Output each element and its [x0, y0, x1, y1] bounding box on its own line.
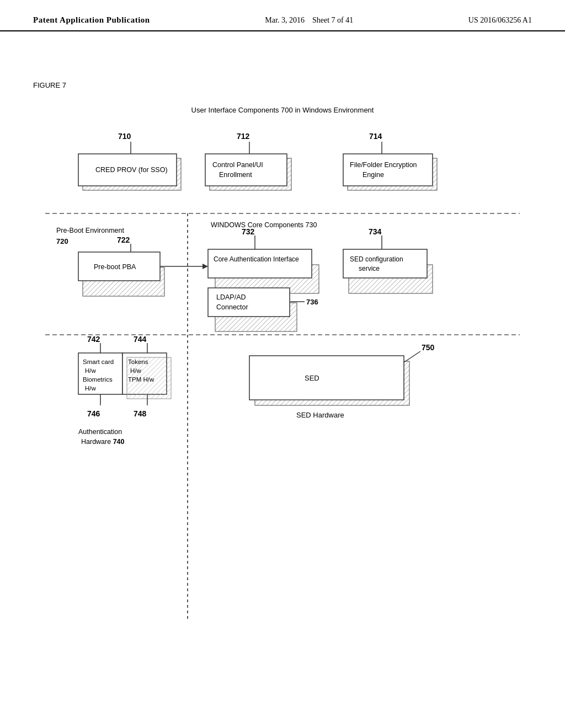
smart-card-label: Smart card [83, 358, 114, 365]
ref-734: 734 [369, 227, 382, 236]
ref-722: 722 [117, 235, 130, 244]
box-712-label-2: Enrollment [219, 171, 252, 179]
ref-742: 742 [87, 335, 100, 344]
svg-text:H/w: H/w [85, 367, 97, 374]
biometrics-label: Biometrics [83, 376, 113, 383]
ref-732: 732 [242, 227, 255, 236]
svg-rect-22 [208, 288, 290, 317]
publication-title: Patent Application Publication [33, 15, 150, 25]
diagram-title: User Interface Components 700 in Windows… [33, 106, 532, 114]
box-710-label: CRED PROV (for SSO) [95, 166, 168, 174]
box-714-label-2: Engine [363, 171, 384, 179]
ref-710: 710 [118, 132, 131, 141]
ref-712: 712 [237, 132, 250, 141]
figure-7-diagram: 710 712 714 CRED PROV (for SSO) Control … [45, 125, 520, 622]
box-734-label-1: SED configuration [350, 255, 403, 263]
box-736-label-2: Connector [216, 303, 248, 311]
box-732-label-1: Core Authentication Interface [214, 255, 299, 263]
arrow-to-core-auth [202, 264, 208, 269]
box-736-label-1: LDAP/AD [216, 293, 246, 301]
svg-rect-36 [249, 356, 404, 400]
box-712-label-1: Control Panel/UI [212, 161, 263, 169]
page-header: Patent Application Publication Mar. 3, 2… [0, 0, 565, 31]
svg-rect-20 [343, 249, 427, 278]
svg-line-37 [404, 351, 420, 362]
svg-text:H/w: H/w [130, 367, 142, 374]
tpm-label: TPM H/w [128, 376, 154, 383]
figure-label: FIGURE 7 [33, 81, 532, 89]
tokens-label: Tokens [128, 358, 148, 365]
box-722-label: Pre-boot PBA [94, 263, 136, 271]
svg-text:H/w: H/w [85, 385, 97, 392]
box-734-label-2: service [359, 265, 380, 272]
windows-core-label: WINDOWS Core Components 730 [211, 221, 317, 229]
svg-rect-6 [205, 154, 287, 186]
page-content: FIGURE 7 User Interface Components 700 i… [0, 31, 565, 638]
pre-boot-env-label: Pre-Boot Environment [56, 227, 125, 234]
ref-746: 746 [87, 409, 100, 418]
ref-750: 750 [422, 343, 435, 352]
box-750-label: SED [305, 374, 319, 382]
box-714-label-1: File/Folder Encryption [350, 161, 417, 169]
svg-rect-8 [343, 154, 433, 186]
publication-date-sheet: Mar. 3, 2016 Sheet 7 of 41 [265, 16, 353, 25]
ref-714: 714 [369, 132, 382, 141]
svg-rect-18 [208, 249, 312, 278]
ref-744: 744 [134, 335, 147, 344]
ref-736: 736 [306, 298, 318, 306]
auth-hw-label-2: Hardware 740 [81, 438, 125, 446]
ref-720: 720 [56, 237, 68, 245]
patent-number: US 2016/063256 A1 [468, 16, 532, 25]
auth-hw-label-1: Authentication [78, 428, 122, 436]
sed-hw-label: SED Hardware [296, 411, 344, 419]
ref-748: 748 [134, 409, 147, 418]
